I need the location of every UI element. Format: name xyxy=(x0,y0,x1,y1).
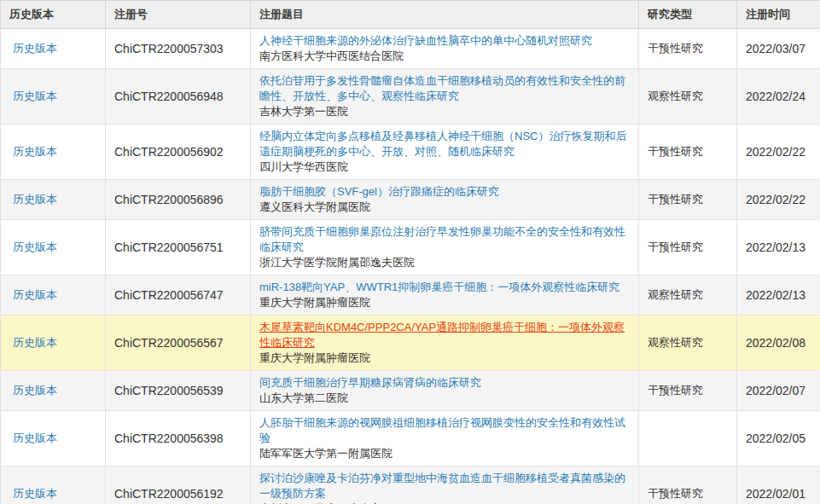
registration-date-cell: 2022/02/13 xyxy=(737,275,820,316)
registration-date-cell: 2022/02/22 xyxy=(737,125,820,180)
registration-date: 2022/02/22 xyxy=(746,193,805,206)
study-type-cell: 干预性研究 xyxy=(639,220,737,275)
history-version-cell: 历史版本 xyxy=(1,29,106,69)
hospital-name: 重庆大学附属肿瘤医院 xyxy=(259,350,630,366)
table-row: 历史版本 ChiCTR2200056902 经脑内立体定向多点移植及经鼻移植人神… xyxy=(1,125,820,180)
study-type: 干预性研究 xyxy=(648,384,703,397)
history-version-cell: 历史版本 xyxy=(1,275,106,316)
registration-number: ChiCTR2200056896 xyxy=(114,193,224,206)
col-header-registration-title: 注册题目 xyxy=(251,1,639,29)
registration-title-cell: 人神经干细胞来源的外泌体治疗缺血性脑卒中的单中心随机对照研究 南方医科大学中西医… xyxy=(251,29,639,69)
trial-title-link[interactable]: 间充质干细胞治疗早期糖尿病肾病的临床研究 xyxy=(259,376,481,389)
history-version-cell: 历史版本 xyxy=(1,411,106,466)
registration-date: 2022/03/07 xyxy=(746,42,805,55)
study-type: 观察性研究 xyxy=(648,90,703,102)
history-version-link[interactable]: 历史版本 xyxy=(13,145,57,158)
trial-title-link[interactable]: 人神经干细胞来源的外泌体治疗缺血性脑卒中的单中心随机对照研究 xyxy=(259,34,592,47)
study-type-cell: 观察性研究 xyxy=(639,275,737,316)
registration-number: ChiCTR2200056751 xyxy=(114,240,224,254)
history-version-link[interactable]: 历史版本 xyxy=(13,193,57,206)
registration-title-cell: 人胚胎干细胞来源的视网膜祖细胞移植治疗视网膜变性的安全性和有效性试验 陆军军医大… xyxy=(251,411,639,466)
registration-title-cell: 脂肪干细胞胶（SVF-gel）治疗跟痛症的临床研究 遵义医科大学附属医院 xyxy=(251,180,639,220)
registration-title-cell: 木犀草素靶向KDM4C/PPP2CA/YAP通路抑制卵巢癌干细胞：一项体外观察性… xyxy=(251,316,639,371)
hospital-name: 重庆大学附属肿瘤医院 xyxy=(259,295,630,310)
registration-number-cell: ChiCTR2200056539 xyxy=(106,371,251,411)
history-version-link[interactable]: 历史版本 xyxy=(13,432,57,444)
registration-number-cell: ChiCTR2200056398 xyxy=(106,411,251,466)
study-type-cell: 观察性研究 xyxy=(639,316,737,371)
registration-date: 2022/02/01 xyxy=(746,487,805,501)
table-row: 历史版本 ChiCTR2200056948 依托泊苷用于多发性骨髓瘤自体造血干细… xyxy=(1,69,820,125)
registration-number-cell: ChiCTR2200056948 xyxy=(106,69,251,125)
table-row: 历史版本 ChiCTR2200056751 脐带间充质干细胞卵巢原位注射治疗早发… xyxy=(1,220,820,275)
history-version-link[interactable]: 历史版本 xyxy=(13,42,57,55)
registration-number-cell: ChiCTR2200056896 xyxy=(106,180,251,220)
registration-title-cell: 脐带间充质干细胞卵巢原位注射治疗早发性卵巢功能不全的安全性和有效性临床研究 浙江… xyxy=(251,220,639,275)
registration-date-cell: 2022/02/07 xyxy=(737,371,820,411)
history-version-cell: 历史版本 xyxy=(1,69,106,125)
registration-number-cell: ChiCTR2200056747 xyxy=(106,275,251,316)
registration-date-cell: 2022/03/07 xyxy=(737,29,820,69)
registration-date-cell: 2022/02/08 xyxy=(737,316,820,371)
study-type: 干预性研究 xyxy=(648,145,703,158)
registration-date-cell: 2022/02/05 xyxy=(737,411,820,466)
registration-number: ChiCTR2200056398 xyxy=(114,432,224,445)
history-version-link[interactable]: 历史版本 xyxy=(13,487,57,500)
study-type: 干预性研究 xyxy=(648,240,703,253)
history-version-cell: 历史版本 xyxy=(1,180,106,220)
trial-title-link[interactable]: 探讨泊沙康唑及卡泊芬净对重型地中海贫血造血干细胞移植受者真菌感染的一级预防方案 xyxy=(259,472,625,500)
study-type-cell: 干预性研究 xyxy=(639,125,737,180)
study-type: 观察性研究 xyxy=(648,336,703,349)
col-header-registration-number: 注册号 xyxy=(106,1,251,29)
table-row: 历史版本 ChiCTR2200056567 木犀草素靶向KDM4C/PPP2CA… xyxy=(1,316,820,371)
history-version-cell: 历史版本 xyxy=(1,371,106,411)
registration-title-cell: 间充质干细胞治疗早期糖尿病肾病的临床研究 山东大学第二医院 xyxy=(251,371,639,411)
registration-date: 2022/02/13 xyxy=(746,288,805,302)
study-type-cell: 干预性研究 xyxy=(639,180,737,220)
trial-title-link[interactable]: 木犀草素靶向KDM4C/PPP2CA/YAP通路抑制卵巢癌干细胞：一项体外观察性… xyxy=(259,321,625,349)
trial-title-link[interactable]: 依托泊苷用于多发性骨髓瘤自体造血干细胞移植动员的有效性和安全性的前瞻性、开放性、… xyxy=(259,74,625,102)
col-header-registration-date: 注册时间 xyxy=(737,1,820,29)
history-version-link[interactable]: 历史版本 xyxy=(13,384,57,397)
registration-date-cell: 2022/02/01 xyxy=(737,466,820,504)
hospital-name: 山东大学第二医院 xyxy=(259,391,630,406)
trial-title-link[interactable]: 人胚胎干细胞来源的视网膜祖细胞移植治疗视网膜变性的安全性和有效性试验 xyxy=(259,416,625,444)
table-row: 历史版本 ChiCTR2200056896 脂肪干细胞胶（SVF-gel）治疗跟… xyxy=(1,180,820,220)
hospital-name: 遵义医科大学附属医院 xyxy=(259,200,630,215)
history-version-cell: 历史版本 xyxy=(1,316,106,371)
hospital-name: 浙江大学医学院附属邵逸夫医院 xyxy=(259,255,630,270)
study-type-cell: 干预性研究 xyxy=(639,29,737,69)
history-version-link[interactable]: 历史版本 xyxy=(13,288,57,301)
table-row: 历史版本 ChiCTR2200056539 间充质干细胞治疗早期糖尿病肾病的临床… xyxy=(1,371,820,411)
table-row: 历史版本 ChiCTR2200056398 人胚胎干细胞来源的视网膜祖细胞移植治… xyxy=(1,411,820,466)
registration-date-cell: 2022/02/24 xyxy=(737,69,820,125)
study-type-cell: 干预性研究 xyxy=(639,466,737,504)
history-version-cell: 历史版本 xyxy=(1,466,106,504)
history-version-link[interactable]: 历史版本 xyxy=(13,90,57,102)
registration-date: 2022/02/22 xyxy=(746,145,805,159)
history-version-link[interactable]: 历史版本 xyxy=(13,336,57,349)
registration-number: ChiCTR2200056192 xyxy=(114,487,224,501)
trial-title-link[interactable]: 脂肪干细胞胶（SVF-gel）治疗跟痛症的临床研究 xyxy=(259,185,499,198)
registration-number: ChiCTR2200056948 xyxy=(114,90,224,103)
trial-title-link[interactable]: 经脑内立体定向多点移植及经鼻移植人神经干细胞（NSC）治疗恢复期和后遗症期脑梗死… xyxy=(259,130,626,158)
registration-number-cell: ChiCTR2200056192 xyxy=(106,466,251,504)
hospital-name: 吉林大学第一医院 xyxy=(259,104,630,119)
study-type-cell xyxy=(639,411,737,466)
registration-number-cell: ChiCTR2200056902 xyxy=(106,125,251,180)
col-header-study-type: 研究类型 xyxy=(639,1,737,29)
table-body: 历史版本 ChiCTR2200057303 人神经干细胞来源的外泌体治疗缺血性脑… xyxy=(1,29,820,504)
trial-title-link[interactable]: miR-138靶向YAP、WWTR1抑制卵巢癌干细胞：一项体外观察性临床研究 xyxy=(259,281,619,293)
registry-table: 历史版本 注册号 注册题目 研究类型 注册时间 历史版本 ChiCTR22000… xyxy=(0,0,820,504)
history-version-link[interactable]: 历史版本 xyxy=(13,240,57,253)
registration-title-cell: 探讨泊沙康唑及卡泊芬净对重型地中海贫血造血干细胞移植受者真菌感染的一级预防方案 … xyxy=(251,466,639,504)
table-header-row: 历史版本 注册号 注册题目 研究类型 注册时间 xyxy=(1,1,820,29)
trial-title-link[interactable]: 脐带间充质干细胞卵巢原位注射治疗早发性卵巢功能不全的安全性和有效性临床研究 xyxy=(259,225,625,253)
table-header: 历史版本 注册号 注册题目 研究类型 注册时间 xyxy=(1,1,820,29)
registration-date: 2022/02/05 xyxy=(746,432,805,445)
hospital-name: 陆军军医大学第一附属医院 xyxy=(259,446,630,461)
registration-number-cell: ChiCTR2200057303 xyxy=(106,29,251,69)
hospital-name: 四川大学华西医院 xyxy=(259,159,630,175)
registration-title-cell: 经脑内立体定向多点移植及经鼻移植人神经干细胞（NSC）治疗恢复期和后遗症期脑梗死… xyxy=(251,125,639,180)
study-type: 干预性研究 xyxy=(648,193,703,206)
